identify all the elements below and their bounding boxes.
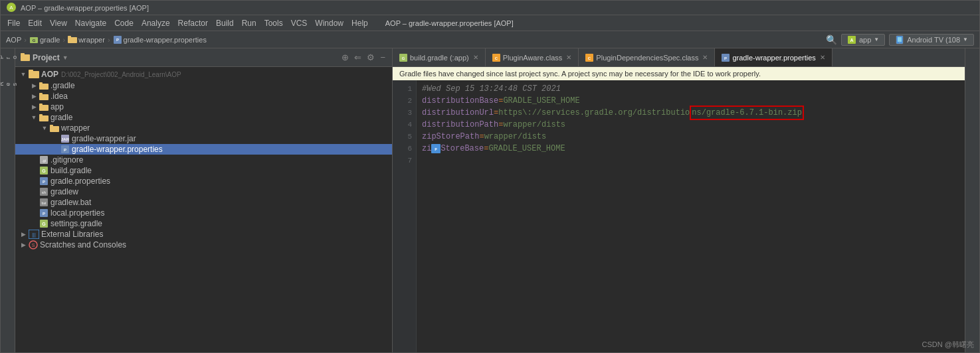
breadcrumb-bar: AOP › G gradle › wrapper › P gradle-wrap… [1,31,979,48]
tree-item-gradle-properties[interactable]: ▶ P gradle.properties [15,176,392,186]
tree-item-scratches[interactable]: ▶ S Scratches and Consoles [15,240,392,250]
svg-point-12 [899,42,900,42]
collapse-all-icon[interactable]: ⇐ [353,52,363,62]
code-line-3: distributionUrl=https\://services.gradle… [422,107,959,119]
tree-item-idea[interactable]: ▶ .idea [15,91,392,102]
svg-text:C: C [588,56,591,60]
android-studio-icon: A [6,2,17,14]
svg-rect-13 [21,54,30,61]
breadcrumb-gradle: G gradle [29,35,60,44]
tab-close-plugin-aware[interactable]: ✕ [566,54,571,61]
tab-gradle-wrapper-properties[interactable]: P gradle-wrapper.properties ✕ [715,48,832,66]
tab-plugin-aware[interactable]: C PluginAware.class ✕ [486,48,579,66]
tree-root-aop[interactable]: ▼ AOP D:\002_Project\002_Android_Learn\A… [15,68,392,80]
tree-item-settings-gradle[interactable]: ▶ G settings.gradle [15,218,392,229]
root-path: D:\002_Project\002_Android_Learn\AOP [61,71,181,78]
tree-item-local-properties[interactable]: ▶ P local.properties [15,208,392,218]
root-arrow: ▼ [18,71,29,78]
code-content[interactable]: #Wed Sep 15 13:24:48 CST 2021 distributi… [417,80,965,353]
menu-help[interactable]: Help [347,17,372,29]
menu-tools[interactable]: Tools [260,17,287,29]
svg-rect-26 [50,125,53,127]
project-tab-icon[interactable]: Pro [2,52,14,62]
search-everywhere-icon[interactable]: 🔍 [826,35,837,45]
menu-vcs[interactable]: VCS [287,17,312,29]
tab-close-gradle-wrapper[interactable]: ✕ [820,54,825,61]
right-gutter [965,48,979,353]
menu-bar: File Edit View Navigate Code Analyze Ref… [1,15,979,31]
svg-text:P: P [64,148,66,152]
app-selector-button[interactable]: A app ▼ [841,34,885,46]
tree-item-wrapper[interactable]: ▼ wrapper [15,123,392,133]
watermark: CSDN @韩曙亮 [922,340,974,350]
tree-item-gradle-folder[interactable]: ▼ gradle [15,112,392,123]
device-dropdown-icon: ▼ [963,36,968,42]
resource-manager-icon[interactable]: Res [2,79,14,89]
svg-rect-21 [39,105,49,111]
notification-text: Gradle files have changed since last pro… [399,70,761,78]
tab-plugin-deps[interactable]: C PluginDependenciesSpec.class ✕ [579,48,715,66]
highlight-url: ns/gradle-6.7.1-bin.zip [690,106,804,120]
settings-icon[interactable]: ⚙ [365,52,376,62]
notification-bar: Gradle files have changed since last pro… [393,67,965,80]
tree-item-gradlew-bat[interactable]: ▶ bat gradlew.bat [15,197,392,208]
tab-close-build-gradle[interactable]: ✕ [473,54,478,61]
menu-refactor[interactable]: Refactor [174,17,212,29]
project-dropdown-icon[interactable]: ▼ [62,54,68,61]
menu-edit[interactable]: Edit [24,17,46,29]
menu-window[interactable]: Window [311,17,347,29]
menu-analyze[interactable]: Analyze [138,17,174,29]
svg-text:A: A [850,38,853,42]
breadcrumb-wrapper: wrapper [68,36,105,44]
breadcrumb-file: P gradle-wrapper.properties [113,35,207,44]
svg-rect-14 [21,53,25,55]
root-name: AOP [41,70,58,79]
menu-build[interactable]: Build [212,17,238,29]
svg-rect-22 [39,104,43,106]
breadcrumb-aop[interactable]: AOP [6,36,21,44]
code-line-7 [422,155,959,167]
menu-code[interactable]: Code [110,17,138,29]
svg-rect-4 [68,37,77,43]
tree-item-external-libraries[interactable]: ▶ ||| External Libraries [15,229,392,240]
menu-navigate[interactable]: Navigate [71,17,110,29]
tab-close-plugin-deps[interactable]: ✕ [702,54,708,61]
svg-text:P: P [724,56,727,60]
tree-item-gradle-wrapper-jar[interactable]: ▶ JAR gradle-wrapper.jar [15,133,392,144]
window-title: AOP – gradle-wrapper.properties [AOP] [385,19,514,27]
tree-item-build-gradle[interactable]: ▶ G build.gradle [15,165,392,176]
svg-text:P: P [43,180,45,184]
code-editor[interactable]: 1 2 3 4 5 6 7 #Wed Sep 15 13:24:48 CST 2… [393,80,965,353]
svg-rect-19 [39,94,49,100]
svg-text:C: C [495,56,498,60]
menu-run[interactable]: Run [238,17,260,29]
code-line-5: zipStorePath=wrapper/dists [422,131,959,143]
file-tree: ▼ AOP D:\002_Project\002_Android_Learn\A… [15,67,392,353]
line-numbers: 1 2 3 4 5 6 7 [393,80,417,353]
svg-text:JAR: JAR [61,137,70,141]
svg-rect-24 [39,114,43,116]
tree-item-app[interactable]: ▶ app [15,102,392,112]
right-toolbar: 🔍 A app ▼ Android TV (108 ▼ [826,34,974,46]
device-selector-button[interactable]: Android TV (108 ▼ [889,34,974,46]
project-panel-title: Project ▼ [21,53,68,62]
menu-view[interactable]: View [46,17,71,29]
tree-item-gitignore[interactable]: ▶ .gi .gitignore [15,155,392,165]
svg-rect-20 [39,93,43,95]
minimize-panel-icon[interactable]: − [379,52,387,62]
svg-rect-16 [29,70,33,72]
app-dropdown-icon: ▼ [874,36,879,42]
tab-build-gradle[interactable]: G build.gradle (:app) ✕ [393,48,486,66]
menu-file[interactable]: File [3,17,24,29]
locate-file-icon[interactable]: ⊕ [340,52,350,62]
code-line-6: ziPStoreBase=GRADLE_USER_HOME [422,143,959,155]
svg-text:G: G [33,38,36,42]
svg-text:G: G [42,169,46,173]
svg-text:P: P [116,38,119,42]
tree-item-gradle-hidden[interactable]: ▶ .gradle [15,80,392,91]
left-gutter: Pro Res [1,48,15,353]
tree-item-gradle-wrapper-properties[interactable]: ▶ P gradle-wrapper.properties [15,144,392,155]
svg-text:|||: ||| [32,232,36,238]
svg-text:sh: sh [42,190,46,194]
tree-item-gradlew[interactable]: ▶ sh gradlew [15,186,392,197]
